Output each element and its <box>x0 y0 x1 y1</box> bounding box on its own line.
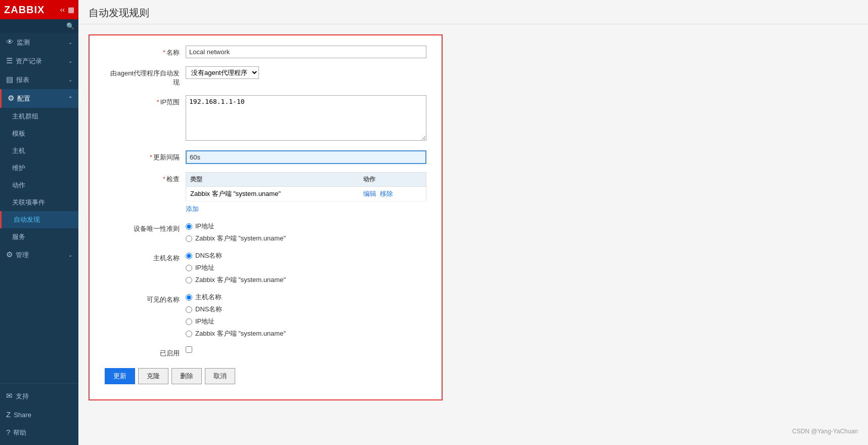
collapse-icon[interactable]: ‹‹ <box>60 6 65 14</box>
visible-hostname-radio[interactable] <box>186 294 192 301</box>
interval-input[interactable] <box>186 150 426 164</box>
share-icon: Z <box>6 410 11 419</box>
sidebar-sub-hostgroups[interactable]: 主机群组 <box>0 108 78 125</box>
search-bar: 🔍 <box>0 19 78 33</box>
uniqueness-ip-radio[interactable] <box>186 223 192 230</box>
nav-bottom: ✉支持 ZShare ?帮助 <box>0 383 78 445</box>
enabled-label: 已启用 <box>105 346 186 358</box>
interval-label: *更新间隔 <box>105 150 186 162</box>
agent-select[interactable]: 没有agent代理程序 <box>186 66 259 79</box>
update-button[interactable]: 更新 <box>105 368 135 384</box>
sidebar-sub-correlation[interactable]: 关联项事件 <box>0 194 78 211</box>
hostname-dns-radio[interactable] <box>186 253 192 259</box>
uniqueness-label: 设备唯一性准则 <box>105 222 186 233</box>
sidebar-sub-services[interactable]: 服务 <box>0 228 78 246</box>
sidebar: ZABBIX ‹‹ ▦ 🔍 👁监测 ⌄ ☰资产记录 ⌄ ▤报表 ⌄ ⚙配置 ⌃ … <box>0 0 78 445</box>
visible-dns-option[interactable]: DNS名称 <box>186 305 426 314</box>
visible-dns-radio[interactable] <box>186 306 192 313</box>
hostname-row: 主机名称 DNS名称 IP地址 Zab <box>105 251 426 285</box>
clone-button[interactable]: 克隆 <box>138 368 168 384</box>
checks-row-1: Zabbix 客户端 "system.uname" 编辑 移除 <box>186 187 426 201</box>
watermark: CSDN @Yang-YaChuan <box>792 428 858 435</box>
name-input[interactable] <box>186 46 426 58</box>
checks-remove-link[interactable]: 移除 <box>380 190 393 197</box>
hostname-ip-radio[interactable] <box>186 265 192 271</box>
assets-arrow: ⌄ <box>68 58 72 64</box>
nav-section: 👁监测 ⌄ ☰资产记录 ⌄ ▤报表 ⌄ ⚙配置 ⌃ 主机群组 模板 主机 维护 … <box>0 33 78 383</box>
config-icon: ⚙ <box>8 94 14 102</box>
hostname-radio-group: DNS名称 IP地址 Zabbix 客户端 "system.uname" <box>186 251 426 285</box>
monitor-icon: 👁 <box>6 37 14 46</box>
sidebar-item-share[interactable]: ZShare <box>0 406 78 423</box>
enabled-checkbox[interactable] <box>186 346 192 353</box>
support-icon: ✉ <box>6 391 13 400</box>
sidebar-sub-actions[interactable]: 动作 <box>0 177 78 194</box>
admin-arrow: ⌄ <box>68 252 72 258</box>
visible-uname-radio[interactable] <box>186 331 192 337</box>
sidebar-sub-discovery[interactable]: 自动发现 <box>0 211 78 228</box>
content-area: *名称 由agent代理程序自动发现 没有agent代理程序 <box>78 24 868 445</box>
sidebar-item-monitor[interactable]: 👁监测 ⌄ <box>0 33 78 52</box>
enabled-control <box>186 346 426 353</box>
uniqueness-uname-option[interactable]: Zabbix 客户端 "system.uname" <box>186 234 426 243</box>
uniqueness-uname-radio[interactable] <box>186 235 192 242</box>
ip-textarea[interactable]: 192.168.1.1-10 <box>186 95 426 141</box>
hostname-dns-option[interactable]: DNS名称 <box>186 251 426 260</box>
page-title-bar: 自动发现规则 <box>78 0 868 24</box>
checks-row: *检查 类型 动作 Zabbix 客户端 "system.uname" <box>105 172 426 214</box>
main-content: 自动发现规则 *名称 由agent代理程序自动发现 没有agent代 <box>78 0 868 445</box>
interval-row: *更新间隔 <box>105 150 426 164</box>
cancel-button[interactable]: 取消 <box>205 368 235 384</box>
sidebar-sub-hosts[interactable]: 主机 <box>0 142 78 159</box>
visible-name-row: 可见的名称 主机名称 DNS名称 IP <box>105 293 426 338</box>
enabled-row: 已启用 <box>105 346 426 358</box>
logo: ZABBIX <box>4 4 45 16</box>
visible-hostname-option[interactable]: 主机名称 <box>186 293 426 302</box>
checks-label: *检查 <box>105 172 186 184</box>
sidebar-item-support[interactable]: ✉支持 <box>0 387 78 406</box>
checks-type-header: 类型 <box>186 173 359 187</box>
uniqueness-radio-group: IP地址 Zabbix 客户端 "system.uname" <box>186 222 426 243</box>
uniqueness-row: 设备唯一性准则 IP地址 Zabbix 客户端 "system.uname" <box>105 222 426 243</box>
expand-icon[interactable]: ▦ <box>68 6 74 14</box>
hostname-uname-option[interactable]: Zabbix 客户端 "system.uname" <box>186 275 426 285</box>
reports-icon: ▤ <box>6 75 13 84</box>
sidebar-item-assets[interactable]: ☰资产记录 ⌄ <box>0 52 78 70</box>
uniqueness-ip-option[interactable]: IP地址 <box>186 222 426 231</box>
hostname-label: 主机名称 <box>105 251 186 263</box>
sidebar-sub-maintenance[interactable]: 维护 <box>0 159 78 177</box>
checks-add-link[interactable]: 添加 <box>186 205 199 214</box>
checks-edit-link[interactable]: 编辑 <box>363 190 376 197</box>
hostname-control: DNS名称 IP地址 Zabbix 客户端 "system.uname" <box>186 251 426 285</box>
reports-arrow: ⌄ <box>68 77 72 83</box>
hostname-uname-radio[interactable] <box>186 277 192 284</box>
visible-ip-radio[interactable] <box>186 318 192 325</box>
sidebar-item-admin[interactable]: ⚙管理 ⌄ <box>0 246 78 264</box>
help-icon: ? <box>6 428 10 436</box>
sidebar-sub-templates[interactable]: 模板 <box>0 125 78 142</box>
name-row: *名称 <box>105 46 426 58</box>
visible-name-radio-group: 主机名称 DNS名称 IP地址 Zabbix 客户端 "system. <box>186 293 426 338</box>
sidebar-item-help[interactable]: ?帮助 <box>0 423 78 442</box>
visible-uname-option[interactable]: Zabbix 客户端 "system.uname" <box>186 329 426 338</box>
delete-button[interactable]: 删除 <box>171 368 202 384</box>
checks-control: 类型 动作 Zabbix 客户端 "system.uname" 编辑 移除 <box>186 172 426 214</box>
checks-type-cell: Zabbix 客户端 "system.uname" <box>186 187 359 201</box>
checks-action-header: 动作 <box>359 173 426 187</box>
name-label: *名称 <box>105 46 186 57</box>
checks-table: 类型 动作 Zabbix 客户端 "system.uname" 编辑 移除 <box>186 172 426 201</box>
admin-icon: ⚙ <box>6 250 13 259</box>
enabled-checkbox-label[interactable] <box>186 346 426 353</box>
checks-action-cell: 编辑 移除 <box>359 187 426 201</box>
button-row: 更新 克隆 删除 取消 <box>105 368 426 384</box>
uniqueness-control: IP地址 Zabbix 客户端 "system.uname" <box>186 222 426 243</box>
name-control <box>186 46 426 58</box>
visible-ip-option[interactable]: IP地址 <box>186 317 426 326</box>
logo-bar: ZABBIX ‹‹ ▦ <box>0 0 78 19</box>
hostname-ip-option[interactable]: IP地址 <box>186 263 426 272</box>
sidebar-item-config[interactable]: ⚙配置 ⌃ <box>0 89 78 108</box>
ip-row: *IP范围 192.168.1.1-10 <box>105 95 426 142</box>
sidebar-item-reports[interactable]: ▤报表 ⌄ <box>0 70 78 89</box>
interval-control <box>186 150 426 164</box>
assets-icon: ☰ <box>6 56 13 65</box>
